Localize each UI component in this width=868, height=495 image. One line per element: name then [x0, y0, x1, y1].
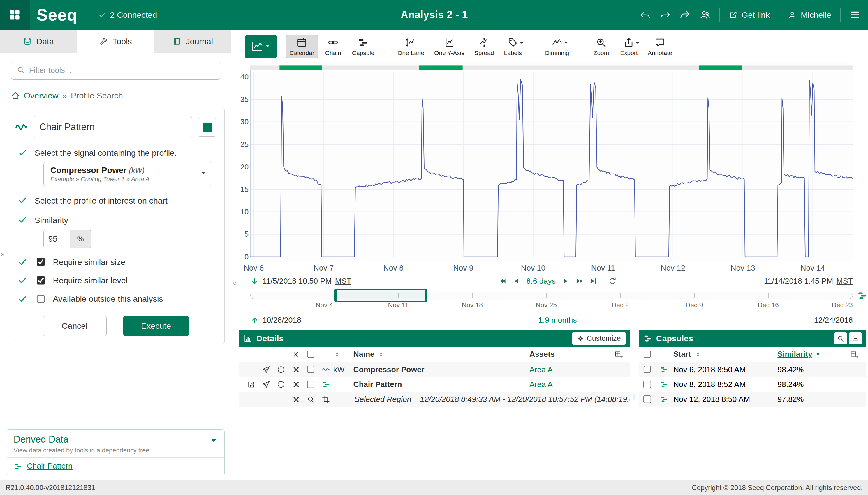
execute-button[interactable]: Execute: [123, 316, 188, 336]
cancel-button[interactable]: Cancel: [43, 316, 107, 336]
topbar-divider: [779, 8, 779, 22]
signal-path: Example » Cooling Tower 1 » Area A: [50, 175, 196, 183]
trend-chart[interactable]: [250, 62, 853, 262]
y-axis[interactable]: 0510152025303540: [239, 62, 250, 262]
option-checkbox[interactable]: [37, 276, 45, 285]
remove-all-icon[interactable]: [292, 351, 300, 358]
users-icon[interactable]: [700, 9, 711, 20]
zoom-to-capsule-button[interactable]: [834, 332, 847, 344]
info-icon[interactable]: [277, 365, 285, 374]
refresh-icon[interactable]: [608, 277, 617, 285]
signal-select[interactable]: Compressor Power (kW) Example » Cooling …: [44, 162, 212, 186]
capsule-checkbox[interactable]: [644, 395, 651, 403]
assets-column-header[interactable]: Assets: [530, 350, 607, 359]
tool-name-input[interactable]: [34, 116, 192, 138]
capsule-time-icon[interactable]: [857, 291, 867, 301]
breadcrumb-overview-link[interactable]: Overview: [24, 91, 59, 100]
row-checkbox[interactable]: [307, 366, 315, 374]
chevron-down-icon[interactable]: [210, 437, 218, 445]
step-forward-icon[interactable]: [575, 277, 584, 285]
toolbar-labels[interactable]: Labels: [500, 35, 525, 58]
color-swatch-button[interactable]: [198, 118, 217, 137]
select-all-capsules-checkbox[interactable]: [644, 351, 651, 358]
get-link-button[interactable]: Get link: [729, 10, 769, 20]
similarity-column-header[interactable]: Similarity: [778, 350, 812, 359]
up-arrow-icon[interactable]: [250, 315, 259, 324]
derived-data-header[interactable]: Derived Data View data created by tools …: [7, 430, 224, 458]
customize-button[interactable]: Customize: [572, 332, 626, 345]
step-back-icon[interactable]: [499, 277, 507, 285]
down-arrow-icon[interactable]: [250, 277, 259, 286]
apps-button[interactable]: [0, 0, 30, 30]
asset-link[interactable]: Area A: [530, 365, 553, 374]
info-icon[interactable]: [277, 380, 285, 389]
sort-desc-icon[interactable]: [815, 351, 821, 358]
range-duration[interactable]: 8.6 days: [527, 277, 556, 286]
sort-icon[interactable]: [378, 351, 385, 358]
hamburger-menu-icon[interactable]: [849, 9, 861, 20]
home-icon[interactable]: [11, 91, 20, 100]
add-column-icon[interactable]: [850, 350, 859, 359]
pin-icon[interactable]: [262, 365, 270, 374]
signal-icon[interactable]: [322, 365, 330, 374]
back-icon[interactable]: [513, 277, 520, 285]
redo-icon[interactable]: [660, 9, 671, 20]
toolbar-zoom[interactable]: Zoom: [588, 35, 614, 58]
user-menu[interactable]: Michelle: [788, 10, 831, 20]
x-axis[interactable]: Nov 6Nov 7Nov 8Nov 9Nov 10Nov 11Nov 12No…: [250, 262, 853, 275]
similarity-input[interactable]: [44, 230, 70, 249]
toolbar-one-y-axis[interactable]: One Y-Axis: [430, 35, 468, 58]
topbar-divider: [840, 8, 840, 22]
crop-icon[interactable]: [322, 395, 330, 404]
toolbar-item-icon: [444, 37, 455, 48]
sort-icon[interactable]: [333, 351, 340, 358]
expand-panel-handle[interactable]: »: [1, 250, 5, 258]
toolbar-dimming[interactable]: Dimming: [541, 35, 573, 58]
option-checkbox[interactable]: [37, 295, 45, 303]
pin-icon[interactable]: [262, 380, 270, 389]
option-checkbox[interactable]: [37, 258, 45, 267]
capsule-set-icon[interactable]: [322, 380, 330, 389]
zoom-minus-icon[interactable]: [307, 395, 315, 404]
filter-tools-input[interactable]: [11, 61, 220, 80]
view-selector-button[interactable]: [245, 35, 277, 58]
capsule-similarity: 98.42%: [778, 365, 842, 374]
forward-icon[interactable]: [562, 277, 569, 285]
toolbar-annotate[interactable]: Annotate: [644, 35, 676, 58]
share-icon[interactable]: [680, 9, 690, 20]
go-to-end-icon[interactable]: [589, 277, 598, 285]
capsule-checkbox[interactable]: [644, 366, 651, 374]
panel-splitter[interactable]: ∥: [630, 330, 639, 463]
collapse-capsules-button[interactable]: [849, 332, 862, 344]
connection-status[interactable]: 2 Connected: [99, 10, 157, 20]
toolbar-chain[interactable]: Chain: [320, 35, 346, 58]
investigate-duration[interactable]: 1.9 months: [301, 315, 814, 325]
collapse-sidebar-handle[interactable]: «: [233, 279, 237, 287]
row-checkbox[interactable]: [307, 380, 315, 389]
start-column-header[interactable]: Start: [673, 350, 691, 359]
derived-item-link[interactable]: Chair Pattern: [27, 462, 72, 471]
toolbar-one-lane[interactable]: One Lane: [394, 35, 428, 58]
edit-icon[interactable]: [247, 380, 255, 389]
add-column-icon[interactable]: [615, 350, 623, 359]
timezone-link[interactable]: MST: [836, 277, 853, 286]
tab-data[interactable]: Data: [0, 30, 77, 53]
range-selector[interactable]: [334, 289, 427, 302]
toolbar-capsule[interactable]: Capsule: [348, 35, 378, 58]
x-icon[interactable]: [292, 395, 300, 404]
asset-link[interactable]: Area A: [530, 380, 553, 389]
toolbar-calendar[interactable]: Calendar: [286, 35, 318, 58]
toolbar-spread[interactable]: Spread: [471, 35, 498, 58]
capsule-checkbox[interactable]: [644, 380, 651, 389]
tab-journal[interactable]: Journal: [154, 30, 231, 53]
name-column-header[interactable]: Name: [353, 350, 374, 359]
x-icon[interactable]: [292, 380, 300, 389]
toolbar-export[interactable]: Export: [616, 35, 641, 58]
toolbar-item-label: Calendar: [290, 50, 314, 56]
undo-icon[interactable]: [639, 9, 651, 20]
x-icon[interactable]: [292, 365, 300, 374]
tab-tools[interactable]: Tools: [77, 30, 154, 53]
sort-icon[interactable]: [694, 351, 702, 358]
select-all-checkbox[interactable]: [307, 351, 315, 358]
timezone-link[interactable]: MST: [335, 277, 351, 286]
